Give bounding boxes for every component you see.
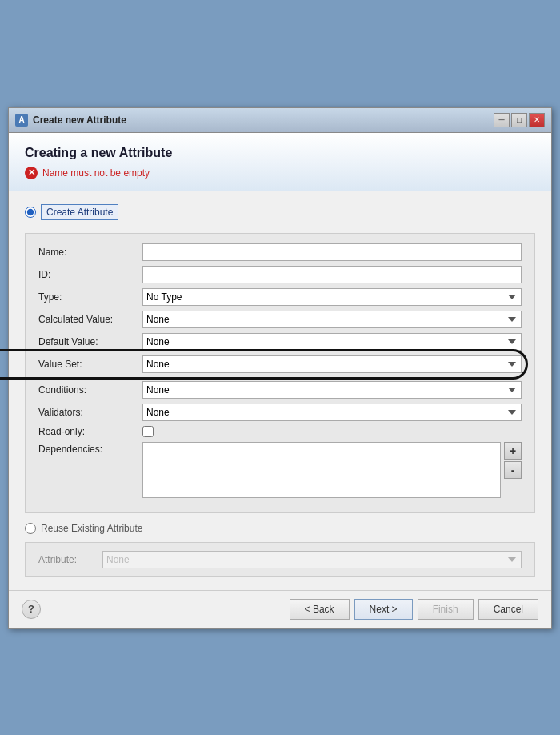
name-row: Name:: [38, 243, 522, 261]
create-attribute-form: Name: ID: Type: No Type String Integer B…: [25, 233, 535, 513]
validators-select[interactable]: None: [142, 404, 522, 421]
minimize-icon: ─: [498, 115, 504, 124]
error-icon: ✕: [25, 167, 38, 179]
calculated-value-select[interactable]: None: [142, 311, 522, 328]
validators-label: Validators:: [38, 407, 142, 418]
conditions-label: Conditions:: [38, 384, 142, 396]
value-set-label: Value Set:: [38, 359, 142, 370]
footer-button-group: < Back Next > Finish Cancel: [290, 599, 538, 620]
reuse-attribute-section: Reuse Existing Attribute Attribute: None: [25, 523, 535, 577]
main-window: A Create new Attribute ─ □ ✕ Creating a …: [8, 107, 552, 629]
dialog-title: Creating a new Attribute: [25, 146, 535, 160]
header-section: Creating a new Attribute ✕ Name must not…: [9, 133, 551, 191]
dialog-footer: ? < Back Next > Finish Cancel: [9, 590, 551, 628]
error-message: Name must not be empty: [42, 167, 150, 179]
conditions-select[interactable]: None: [142, 381, 522, 399]
readonly-checkbox[interactable]: [142, 426, 154, 437]
next-button[interactable]: Next >: [354, 599, 413, 620]
create-attribute-option[interactable]: Create Attribute: [25, 204, 535, 220]
readonly-label: Read-only:: [38, 426, 142, 437]
reuse-attribute-label: Reuse Existing Attribute: [41, 523, 142, 534]
maximize-icon: □: [517, 115, 522, 124]
back-button[interactable]: < Back: [290, 599, 350, 620]
conditions-row: Conditions: None: [38, 381, 522, 399]
type-label: Type:: [38, 291, 142, 303]
cancel-button[interactable]: Cancel: [478, 599, 538, 620]
finish-label: Finish: [433, 604, 458, 615]
attribute-select-row: Attribute: None: [38, 551, 522, 568]
calculated-value-label: Calculated Value:: [38, 314, 142, 325]
value-set-select[interactable]: None: [142, 355, 522, 373]
minimize-button[interactable]: ─: [494, 113, 510, 127]
title-bar: A Create new Attribute ─ □ ✕: [9, 108, 551, 133]
plus-icon: +: [510, 444, 516, 457]
cancel-label: Cancel: [494, 604, 523, 615]
default-value-row: Default Value: None: [38, 333, 522, 351]
default-value-label: Default Value:: [38, 336, 142, 347]
validators-row: Validators: None: [38, 404, 522, 421]
next-label: Next >: [370, 604, 398, 615]
name-label: Name:: [38, 247, 142, 258]
window-title: Create new Attribute: [33, 114, 489, 126]
close-icon: ✕: [534, 115, 540, 124]
reuse-attribute-select[interactable]: None: [102, 551, 522, 568]
readonly-row: Read-only:: [38, 426, 522, 437]
type-row: Type: No Type String Integer Boolean Flo…: [38, 288, 522, 306]
dependencies-row: Dependencies: + -: [38, 442, 522, 498]
value-set-row: Value Set: None: [38, 355, 522, 373]
default-value-select[interactable]: None: [142, 333, 522, 351]
window-controls: ─ □ ✕: [494, 113, 545, 127]
id-row: ID:: [38, 266, 522, 283]
create-attribute-label: Create Attribute: [41, 204, 118, 220]
finish-button[interactable]: Finish: [418, 599, 474, 620]
minus-icon: -: [511, 464, 515, 476]
attribute-label: Attribute:: [38, 554, 102, 565]
reuse-form: Attribute: None: [25, 542, 535, 577]
help-icon: ?: [28, 603, 34, 615]
dependencies-label: Dependencies:: [38, 442, 142, 455]
id-label: ID:: [38, 269, 142, 280]
reuse-attribute-radio[interactable]: [25, 523, 36, 534]
type-select[interactable]: No Type String Integer Boolean Float Dat…: [142, 288, 522, 306]
add-dependency-button[interactable]: +: [504, 442, 522, 460]
content-area: Create Attribute Name: ID: Type: No Type…: [9, 191, 551, 590]
maximize-button[interactable]: □: [511, 113, 527, 127]
close-button[interactable]: ✕: [529, 113, 545, 127]
reuse-attribute-option[interactable]: Reuse Existing Attribute: [25, 523, 535, 534]
dependencies-textarea[interactable]: [142, 442, 501, 498]
name-input[interactable]: [142, 243, 522, 261]
dependency-buttons: + -: [504, 442, 522, 498]
id-input[interactable]: [142, 266, 522, 283]
window-icon: A: [15, 114, 28, 127]
create-attribute-radio[interactable]: [25, 207, 36, 218]
back-label: < Back: [305, 604, 334, 615]
error-row: ✕ Name must not be empty: [25, 167, 535, 179]
help-button[interactable]: ?: [22, 600, 41, 619]
calculated-value-row: Calculated Value: None: [38, 311, 522, 328]
remove-dependency-button[interactable]: -: [504, 461, 522, 479]
